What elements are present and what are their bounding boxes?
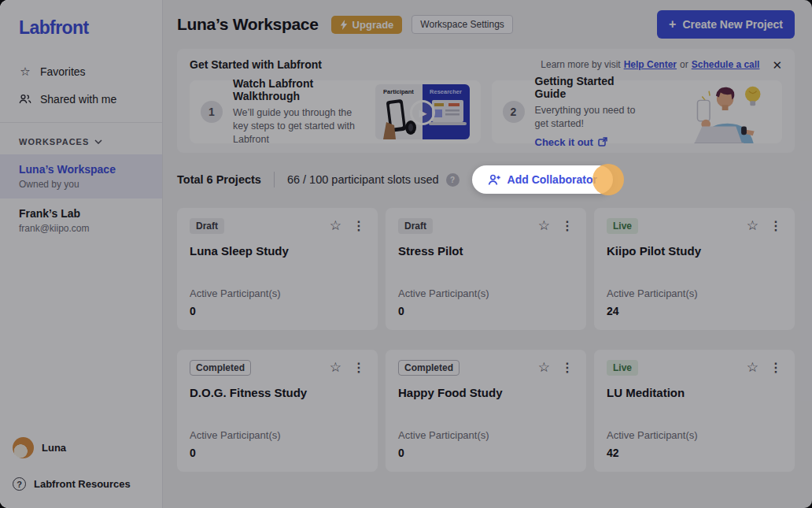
step-number: 2 <box>503 101 525 123</box>
kebab-menu-icon[interactable]: ⋮ <box>561 218 574 233</box>
card-bottom: Active Participant(s) 0 <box>190 429 365 459</box>
user-menu[interactable]: Luna <box>0 431 162 465</box>
get-started-banner: Get Started with Labfront Learn more by … <box>177 49 795 153</box>
sidebar-item-franks-lab[interactable]: Frank’s Lab frank@kiipo.com <box>0 198 162 243</box>
participants-value: 0 <box>190 447 365 459</box>
step-number: 1 <box>201 101 223 123</box>
stats-row: Total 6 Projects 66 / 100 participant sl… <box>177 164 795 195</box>
participants-label: Active Participant(s) <box>607 429 782 441</box>
step-card-walkthrough[interactable]: 1 Watch Labfront Walkthrough We’ll guide… <box>190 80 481 143</box>
favorite-star-icon[interactable]: ☆ <box>747 359 758 376</box>
walkthrough-video-thumbnail[interactable]: Participant Researcher <box>375 84 470 139</box>
workspace-subtitle: frank@kiipo.com <box>19 223 143 234</box>
favorite-star-icon[interactable]: ☆ <box>538 359 550 376</box>
participants-label: Active Participant(s) <box>190 287 365 299</box>
lightning-icon <box>340 20 348 30</box>
banner-header: Get Started with Labfront Learn more by … <box>190 58 782 71</box>
steps-row: 1 Watch Labfront Walkthrough We’ll guide… <box>190 80 782 143</box>
workspaces-section-label: WORKSPACES <box>19 137 89 146</box>
sidebar-item-label: Favorites <box>40 65 86 78</box>
card-bottom: Active Participant(s) 42 <box>607 429 782 459</box>
learn-more-text: Learn more by visit <box>541 59 620 70</box>
workspace-settings-button[interactable]: Workspace Settings <box>412 15 513 34</box>
page-title: Luna’s Workspace <box>177 15 319 34</box>
status-badge: Draft <box>398 218 433 234</box>
project-card-dog-fitness-study[interactable]: Completed ☆ ⋮ D.O.G. Fitness Study Activ… <box>177 350 378 472</box>
sidebar-item-labfront-resources[interactable]: ? Labfront Resources <box>0 465 162 499</box>
card-top: Live ☆ ⋮ <box>607 359 782 376</box>
schedule-call-link[interactable]: Schedule a call <box>692 59 760 70</box>
sidebar-item-favorites[interactable]: ☆ Favorites <box>0 57 162 86</box>
participants-label: Active Participant(s) <box>398 429 574 441</box>
participants-label: Active Participant(s) <box>607 287 782 299</box>
card-top: Draft ☆ ⋮ <box>398 217 574 234</box>
upgrade-button[interactable]: Upgrade <box>331 16 403 34</box>
screenshot-window: Labfront ☆ Favorites Shared with me <box>0 0 812 508</box>
project-card-happy-food-study[interactable]: Completed ☆ ⋮ Happy Food Study Active Pa… <box>386 350 586 472</box>
workspace-name: Frank’s Lab <box>19 207 143 220</box>
project-card-kiipo-pilot-study[interactable]: Live ☆ ⋮ Kiipo Pilot Study Active Partic… <box>594 208 795 330</box>
create-label: Create New Project <box>682 18 783 31</box>
status-badge: Completed <box>398 360 460 376</box>
resources-label: Labfront Resources <box>34 478 131 490</box>
banner-links: Learn more by visit Help Center or Sched… <box>541 59 759 70</box>
stats-divider <box>274 172 275 187</box>
kebab-menu-icon[interactable]: ⋮ <box>352 218 365 233</box>
step-card-guide[interactable]: 2 Getting Started Guide Everything you n… <box>492 80 783 143</box>
sidebar-item-shared-with-me[interactable]: Shared with me <box>0 86 162 113</box>
workspaces-section-toggle[interactable]: WORKSPACES <box>0 123 162 154</box>
banner-title: Get Started with Labfront <box>190 58 322 71</box>
people-icon <box>19 94 31 105</box>
card-top: Live ☆ ⋮ <box>607 217 782 234</box>
project-name: Happy Food Study <box>398 386 574 399</box>
close-icon[interactable]: ✕ <box>772 59 782 71</box>
kebab-menu-icon[interactable]: ⋮ <box>561 360 574 375</box>
project-name: Kiipo Pilot Study <box>607 244 782 258</box>
workspace-header: Luna’s Workspace Upgrade Workspace Setti… <box>177 11 795 38</box>
status-badge: Live <box>607 360 638 376</box>
card-top: Completed ☆ ⋮ <box>398 359 574 376</box>
sidebar-item-lunas-workspace[interactable]: Luna’s Workspace Owned by you <box>0 154 162 198</box>
project-card-stress-pilot[interactable]: Draft ☆ ⋮ Stress Pilot Active Participan… <box>386 208 586 330</box>
video-right-label: Researcher <box>423 88 470 95</box>
participants-value: 0 <box>398 447 574 459</box>
plus-icon: + <box>669 17 676 32</box>
card-top: Completed ☆ ⋮ <box>190 359 365 376</box>
avatar <box>13 437 34 458</box>
person-plus-icon <box>488 174 501 186</box>
add-collaborator-label: Add Collaborator <box>507 173 597 186</box>
project-name: Luna Sleep Study <box>190 244 365 258</box>
participants-value: 0 <box>398 305 574 317</box>
status-badge: Completed <box>190 360 251 376</box>
sidebar-bottom: Luna ? Labfront Resources <box>0 431 162 508</box>
favorite-star-icon[interactable]: ☆ <box>538 217 550 234</box>
info-icon[interactable]: ? <box>446 173 460 187</box>
participants-label: Active Participant(s) <box>190 429 365 441</box>
labfront-app: Labfront ☆ Favorites Shared with me <box>0 0 812 508</box>
kebab-menu-icon[interactable]: ⋮ <box>770 218 782 233</box>
favorite-star-icon[interactable]: ☆ <box>330 359 341 376</box>
step-title: Watch Labfront Walkthrough <box>233 77 365 102</box>
kebab-menu-icon[interactable]: ⋮ <box>770 360 782 375</box>
or-text: or <box>680 59 688 70</box>
create-new-project-button[interactable]: + Create New Project <box>657 10 795 39</box>
upgrade-label: Upgrade <box>352 19 394 31</box>
favorite-star-icon[interactable]: ☆ <box>747 217 758 234</box>
help-circle-icon: ? <box>13 477 26 491</box>
getting-started-illustration <box>653 80 771 143</box>
project-card-luna-sleep-study[interactable]: Draft ☆ ⋮ Luna Sleep Study Active Partic… <box>177 208 378 330</box>
play-button-icon[interactable]: ▶ <box>410 100 435 125</box>
check-it-out-link[interactable]: Check it out <box>535 136 607 148</box>
card-bottom: Active Participant(s) 0 <box>190 287 365 317</box>
status-badge: Draft <box>190 218 224 234</box>
step-body: Getting Started Guide Everything you nee… <box>535 75 644 149</box>
kebab-menu-icon[interactable]: ⋮ <box>352 360 365 375</box>
participants-value: 0 <box>190 305 365 317</box>
workspace-subtitle: Owned by you <box>19 179 143 190</box>
favorite-star-icon[interactable]: ☆ <box>330 217 341 234</box>
step-title: Getting Started Guide <box>535 75 644 100</box>
video-left-label: Participant <box>375 88 423 95</box>
help-center-link[interactable]: Help Center <box>624 59 677 70</box>
project-card-lu-meditation[interactable]: Live ☆ ⋮ LU Meditation Active Participan… <box>594 350 795 472</box>
add-collaborator-button[interactable]: Add Collaborator <box>472 165 613 194</box>
